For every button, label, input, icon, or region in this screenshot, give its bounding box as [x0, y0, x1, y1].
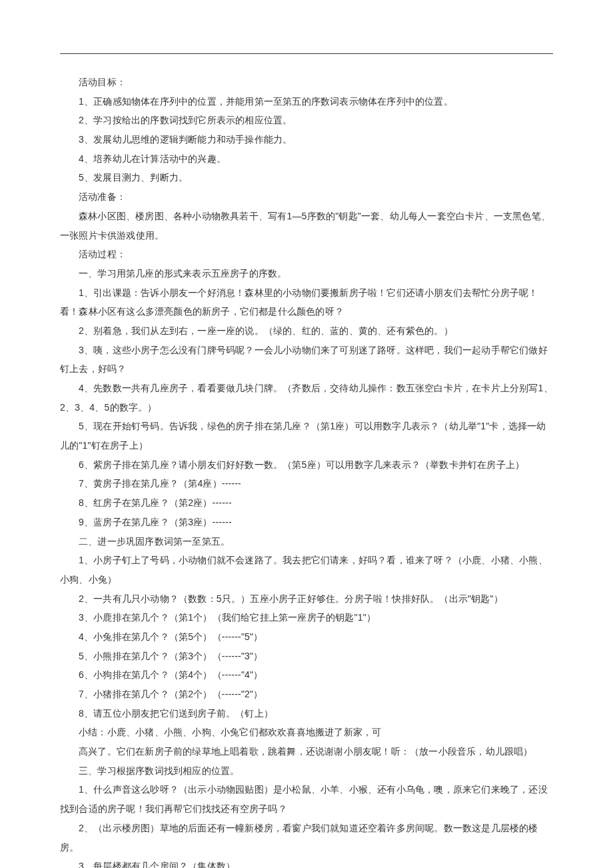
body-paragraph: 高兴了。它们在新房子前的绿草地上唱着歌，跳着舞，还说谢谢小朋友呢！听：（放一小段… [60, 742, 553, 761]
document-body: 活动目标：1、正确感知物体在序列中的位置，并能用第一至第五的序数词表示物体在序列… [60, 73, 553, 868]
body-paragraph: 3、发展幼儿思维的逻辑判断能力和动手操作能力。 [60, 130, 553, 149]
body-paragraph: 一、学习用第几座的形式来表示五座房子的序数。 [60, 264, 553, 283]
body-paragraph: 小结：小鹿、小猪、小熊、小狗、小兔它们都欢欢喜喜地搬进了新家，可 [60, 723, 553, 742]
body-paragraph: 活动目标： [60, 73, 553, 92]
body-paragraph: 活动过程： [60, 245, 553, 264]
body-paragraph: 8、红房子在第几座？（第2座）------ [60, 493, 553, 513]
body-paragraph: 4、小兔排在第几个？（第5个）（------"5"） [60, 627, 553, 647]
body-paragraph: 2、学习按给出的序数词找到它所表示的相应位置。 [60, 111, 553, 130]
body-paragraph: 2、一共有几只小动物？（数数：5只。）五座小房子正好够住。分房子啦！快排好队。（… [60, 589, 553, 609]
body-paragraph: 2、（出示楼房图）草地的后面还有一幢新楼房，看窗户我们就知道还空着许多房间呢。数… [60, 819, 553, 857]
body-paragraph: 5、小熊排在第几个？（第3个）（------"3"） [60, 647, 553, 666]
body-paragraph: 5、现在开始钉号码。告诉我，绿色的房子排在第几座？（第1座）可以用数字几表示？（… [60, 417, 553, 455]
body-paragraph: 1、正确感知物体在序列中的位置，并能用第一至第五的序数词表示物体在序列中的位置。 [60, 92, 553, 111]
document-page: 活动目标：1、正确感知物体在序列中的位置，并能用第一至第五的序数词表示物体在序列… [0, 0, 613, 868]
body-paragraph: 3、小鹿排在第几个？（第1个）（我们给它挂上第一座房子的钥匙"1"） [60, 608, 553, 627]
body-paragraph: 4、先数数一共有几座房子，看看要做几块门牌。（齐数后，交待幼儿操作：数五张空白卡… [60, 379, 553, 417]
body-paragraph: 6、紫房子排在第几座？请小朋友们好好数一数。（第5座）可以用数字几来表示？（举数… [60, 455, 553, 475]
body-paragraph: 二、进一步巩固序数词第一至第五。 [60, 532, 553, 551]
body-paragraph: 1、小房子钉上了号码，小动物们就不会迷路了。我去把它们请来，好吗？看，谁来了呀？… [60, 551, 553, 589]
body-paragraph: 3、咦，这些小房子怎么没有门牌号码呢？一会儿小动物们来了可别迷了路呀。这样吧，我… [60, 341, 553, 379]
body-paragraph: 6、小狗排在第几个？（第4个）（------"4"） [60, 665, 553, 685]
body-paragraph: 1、引出课题：告诉小朋友一个好消息！森林里的小动物们要搬新房子啦！它们还请小朋友… [60, 283, 553, 321]
body-paragraph: 2、别着急，我们从左到右，一座一座的说。（绿的、红的、蓝的、黄的、还有紫色的。） [60, 321, 553, 341]
body-paragraph: 5、发展目测力、判断力。 [60, 168, 553, 187]
body-paragraph: 三、学习根据序数词找到相应的位置。 [60, 761, 553, 781]
body-paragraph: 活动准备： [60, 187, 553, 207]
body-paragraph: 1、什么声音这么吵呀？（出示小动物园贴图）是小松鼠、小羊、小猴、还有小乌龟，噢，… [60, 780, 553, 818]
body-paragraph: 森林小区图、楼房图、各种小动物教具若干、写有1—5序数的"钥匙"一套、幼儿每人一… [60, 207, 553, 245]
top-rule [60, 53, 553, 54]
body-paragraph: 7、小猪排在第几个？（第2个）（------"2"） [60, 685, 553, 704]
body-paragraph: 4、培养幼儿在计算活动中的兴趣。 [60, 149, 553, 169]
body-paragraph: 8、请五位小朋友把它们送到房子前。（钉上） [60, 704, 553, 723]
body-paragraph: 7、黄房子排在第几座？（第4座）------ [60, 474, 553, 493]
body-paragraph: 3、每层楼都有几个房间？（集体数） [60, 857, 553, 868]
body-paragraph: 9、蓝房子在第几座？（第3座）------ [60, 513, 553, 532]
